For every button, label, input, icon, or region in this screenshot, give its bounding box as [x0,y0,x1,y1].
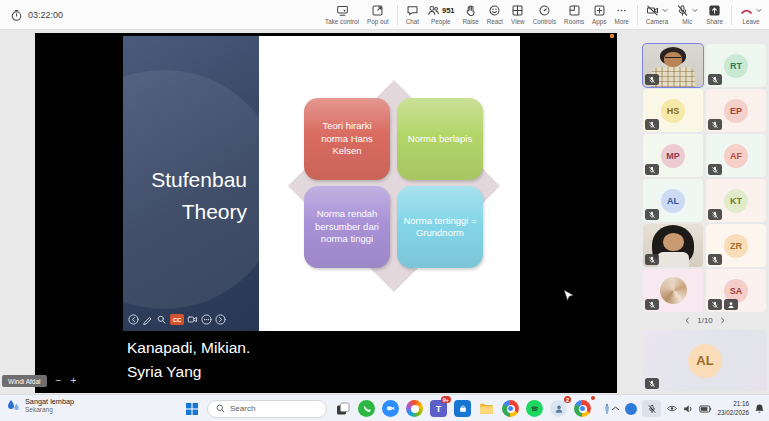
whatsapp-icon[interactable] [358,400,375,417]
people-count-badge: 951 [442,6,455,15]
toolbar-divider [731,5,732,25]
mic-muted-icon [645,378,659,389]
participant-tile-video[interactable] [643,224,703,267]
toolbar-divider [637,5,638,25]
tray-mic-muted-indicator[interactable] [642,400,661,417]
mic-chevron-icon[interactable] [692,8,698,13]
zoom-app-icon[interactable] [382,400,399,417]
screen-share-stage[interactable]: Stufenbau Theory CC Teori hirarki norma … [35,33,617,393]
mic-button[interactable]: Mic [672,2,702,26]
spotlight-icon [708,299,722,310]
taskbar-clock[interactable]: 21:16 23/02/2026 [717,400,749,417]
participant-tile[interactable]: MP [643,134,703,177]
meeting-timer: 03:22:00 [10,0,63,30]
zoom-in-button[interactable]: + [70,376,76,386]
system-tray: 21:16 23/02/2026 [611,395,765,421]
closed-captions-button[interactable]: CC [170,314,184,325]
next-slide-icon[interactable] [215,314,226,325]
more-options-icon[interactable] [201,314,212,325]
zoom-out-button[interactable]: − [56,376,62,386]
magnifier-icon[interactable] [156,314,167,325]
participant-tile-photo[interactable] [643,269,703,312]
pen-annotate-icon[interactable] [142,314,153,325]
participant-initials: ZR [724,234,748,258]
microsoft-store-icon[interactable] [454,400,471,417]
caption-line-2: Syria Yang [127,360,250,384]
video-toggle-icon[interactable] [187,314,198,325]
mic-muted-icon [708,164,722,175]
mic-muted-icon [708,119,722,130]
tray-cloud-icon[interactable] [625,403,637,415]
teams-icon[interactable]: T9+ [430,400,447,417]
share-icon [708,3,721,17]
mic-muted-icon [645,209,659,220]
rooms-button[interactable]: Rooms [560,2,588,26]
contacts-app-icon[interactable]: 2 [550,400,567,417]
leave-chevron-icon[interactable] [756,8,762,13]
participant-tile[interactable]: SA [706,269,766,312]
weather-condition: Sangat lembap [25,397,74,406]
camera-chevron-icon[interactable] [662,8,668,13]
take-control-button[interactable]: Take control [321,2,363,26]
chat-button[interactable]: Chat [402,2,423,26]
pop-out-button[interactable]: Pop out [363,2,393,26]
react-button[interactable]: React [483,2,507,26]
self-video-tile[interactable]: AL [643,330,767,391]
live-captions: Kanapadi, Mikian. Syria Yang [127,336,250,384]
copilot-icon[interactable] [406,400,423,417]
self-initials: AL [688,344,722,378]
tray-network-icon[interactable] [666,404,678,413]
share-button[interactable]: Share [702,2,727,26]
teams-badge: 9+ [441,396,451,403]
page-next-icon[interactable] [719,317,726,324]
participant-tile[interactable]: KT [706,179,766,222]
participant-tile[interactable]: AL [643,179,703,222]
people-icon [427,4,440,17]
windows-taskbar: Sangat lembap Sekarang Search T9+ 2 [0,394,769,421]
toolbar-divider [397,5,398,25]
taskbar-search-input[interactable]: Search [207,400,327,418]
raise-hand-button[interactable]: Raise [459,2,483,26]
timer-icon [10,9,23,22]
meeting-timer-value: 03:22:00 [28,10,63,20]
presenter-name-badge: Windi Afdal [2,375,47,387]
page-indicator: 1/10 [697,316,713,325]
meeting-toolbar: 03:22:00 Take control Pop out Chat 951 P… [0,0,769,30]
chat-icon [406,3,419,17]
caption-line-1: Kanapadi, Mikian. [127,336,250,360]
chrome-icon[interactable] [502,400,519,417]
notification-bell-icon[interactable] [754,403,765,414]
start-button[interactable] [183,400,200,417]
chrome-profile-icon[interactable] [574,400,591,417]
spotify-icon[interactable] [526,400,543,417]
more-button[interactable]: More [610,2,632,26]
participant-tile-video[interactable] [643,44,703,87]
participant-tile[interactable]: ZR [706,224,766,267]
pop-out-icon [371,3,384,17]
view-button[interactable]: View [507,2,529,26]
diagram-box-bottom-right: Norma tertinggi = Grundnorm [397,186,483,268]
participant-tile[interactable]: RT [706,44,766,87]
presentation-slide: Stufenbau Theory CC Teori hirarki norma … [123,36,520,331]
apps-button[interactable]: Apps [588,2,610,26]
mic-muted-icon [645,119,659,130]
tray-chevron-up-icon[interactable] [611,405,620,412]
mic-muted-icon [645,254,659,265]
tray-battery-icon[interactable] [699,404,712,414]
previous-slide-icon[interactable] [128,314,139,325]
task-view-button[interactable] [334,400,351,417]
tray-volume-icon[interactable] [683,404,694,414]
page-prev-icon[interactable] [684,317,691,324]
participant-tile[interactable]: EP [706,89,766,132]
file-explorer-icon[interactable] [478,400,495,417]
participant-tile[interactable]: AF [706,134,766,177]
mic-muted-icon [724,299,738,310]
mic-off-icon [676,4,689,17]
leave-button[interactable]: Leave [736,2,766,26]
participant-tile[interactable]: HS [643,89,703,132]
controls-button[interactable]: Controls [529,2,560,26]
camera-button[interactable]: Camera [642,2,672,26]
participant-initials: RT [724,54,748,78]
weather-widget[interactable]: Sangat lembap Sekarang [6,397,74,413]
people-button[interactable]: 951 People [423,2,459,26]
